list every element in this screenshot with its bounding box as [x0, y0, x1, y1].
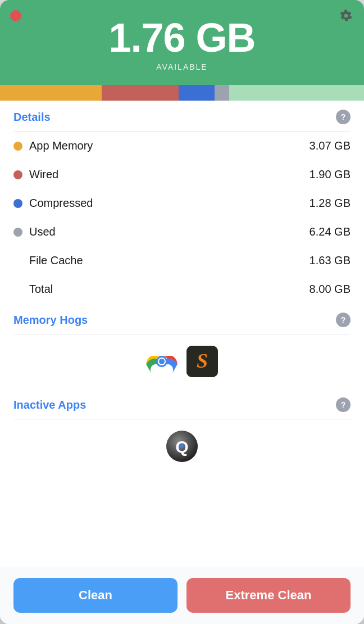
detail-row: Wired1.90 GB: [0, 160, 364, 189]
detail-label: File Cache: [29, 254, 83, 267]
details-section-header: Details ?: [0, 101, 364, 131]
detail-value: 1.63 GB: [310, 254, 351, 267]
detail-dot: [13, 199, 22, 208]
detail-row-left: File Cache: [13, 254, 83, 267]
detail-value: 8.00 GB: [310, 283, 351, 296]
detail-row: Used6.24 GB: [0, 218, 364, 246]
detail-dot: [13, 228, 22, 237]
detail-label: App Memory: [29, 139, 93, 152]
memory-hogs-help-icon[interactable]: ?: [336, 313, 351, 327]
extreme-clean-button[interactable]: Extreme Clean: [186, 578, 351, 613]
detail-label: Total: [29, 283, 53, 296]
detail-label: Wired: [29, 168, 58, 181]
memory-hogs-section-header: Memory Hogs ?: [0, 304, 364, 334]
detail-dot: [13, 170, 22, 179]
inactive-apps-help-icon[interactable]: ?: [336, 397, 351, 412]
detail-label: Compressed: [29, 197, 93, 210]
detail-row: App Memory3.07 GB: [0, 132, 364, 160]
quicktime-app-icon[interactable]: Q: [166, 431, 198, 462]
gear-button[interactable]: [338, 8, 354, 24]
detail-rows: App Memory3.07 GBWired1.90 GBCompressed1…: [0, 132, 364, 304]
detail-dot: [13, 142, 22, 151]
clean-button[interactable]: Clean: [13, 578, 178, 613]
memory-hogs-icons: S: [0, 334, 364, 388]
available-label: AVAILABLE: [11, 62, 353, 71]
close-button[interactable]: [10, 10, 21, 21]
footer: Clean Extreme Clean: [0, 567, 364, 624]
svg-point-4: [159, 359, 165, 364]
memory-bar-segment: [179, 85, 215, 101]
detail-row: Compressed1.28 GB: [0, 189, 364, 218]
detail-row-left: Total: [13, 283, 53, 296]
inactive-apps-icons: Q: [0, 419, 364, 473]
detail-value: 3.07 GB: [310, 139, 351, 152]
sublime-app-icon[interactable]: S: [186, 346, 218, 377]
detail-row-left: Wired: [13, 168, 58, 181]
detail-row: File Cache1.63 GB: [0, 246, 364, 275]
details-help-icon[interactable]: ?: [336, 110, 351, 124]
memory-bar-segment: [0, 85, 102, 101]
detail-label: Used: [29, 225, 56, 238]
detail-value: 1.28 GB: [310, 197, 351, 210]
svg-text:S: S: [197, 350, 208, 372]
detail-value: 1.90 GB: [310, 168, 351, 181]
details-title: Details: [13, 111, 51, 124]
memory-bar-segment: [215, 85, 229, 101]
header: 1.76 GB AVAILABLE: [0, 0, 364, 85]
memory-bar-segment: [229, 85, 364, 101]
detail-value: 6.24 GB: [310, 225, 351, 238]
inactive-apps-title: Inactive Apps: [13, 399, 86, 412]
app-window: 1.76 GB AVAILABLE Details ? App Memory3.…: [0, 0, 364, 624]
memory-hogs-title: Memory Hogs: [13, 314, 88, 327]
memory-bar-segment: [102, 85, 178, 101]
detail-row-left: Compressed: [13, 197, 93, 210]
detail-row-left: App Memory: [13, 139, 93, 152]
content: Details ? App Memory3.07 GBWired1.90 GBC…: [0, 101, 364, 567]
available-gb: 1.76 GB: [11, 16, 353, 60]
detail-row: Total8.00 GB: [0, 275, 364, 304]
chrome-app-icon[interactable]: [146, 346, 178, 377]
detail-row-left: Used: [13, 225, 56, 238]
inactive-apps-section-header: Inactive Apps ?: [0, 388, 364, 419]
memory-bar: [0, 85, 364, 101]
